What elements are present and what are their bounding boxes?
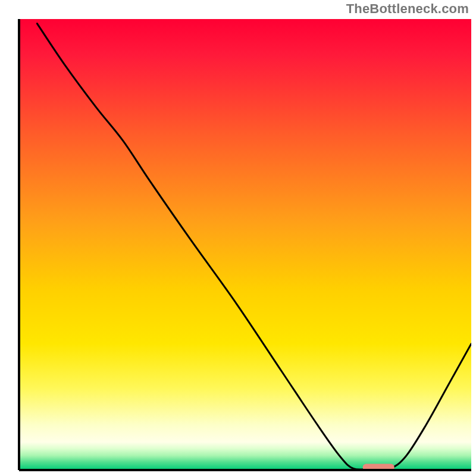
chart-svg: [0, 0, 476, 476]
bottleneck-chart: TheBottleneck.com: [0, 0, 476, 476]
plot-area: [19, 19, 471, 470]
gradient-background: [19, 19, 471, 470]
watermark-text: TheBottleneck.com: [346, 1, 469, 17]
